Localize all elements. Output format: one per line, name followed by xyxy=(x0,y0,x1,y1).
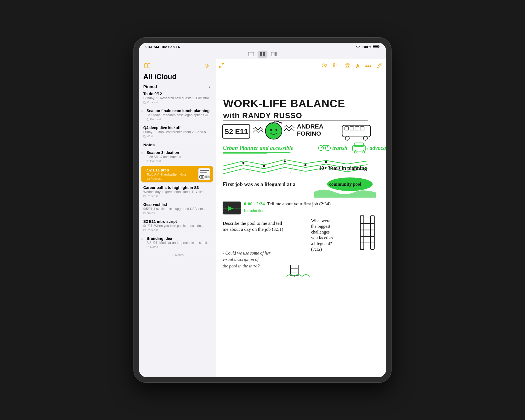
compose-btn[interactable] xyxy=(376,62,384,71)
status-bar: 9:41 AM Tue Sep 14 100% xyxy=(139,43,386,50)
svg-text:First job was as a lifeguard a: First job was as a lifeguard at a xyxy=(223,181,295,187)
pinned-section-header: Pinned ∨ xyxy=(139,83,215,89)
more-options-btn[interactable]: ••• xyxy=(364,62,372,71)
svg-text:S2: S2 xyxy=(201,176,203,178)
ipad-screen: 9:41 AM Tue Sep 14 100% xyxy=(139,43,386,377)
wifi-icon xyxy=(356,45,360,49)
svg-rect-9 xyxy=(148,63,150,68)
svg-text:(7:12): (7:12) xyxy=(311,247,322,252)
svg-text:advocate: advocate xyxy=(369,145,386,151)
note-detail: A ••• WORK-LIFE BALANCE with RANDY xyxy=(215,59,386,377)
note-item[interactable]: Career paths to highlight in S3 Wednesda… xyxy=(139,183,215,200)
svg-point-66 xyxy=(263,165,265,167)
notes-section-label: Notes xyxy=(139,140,215,148)
svg-text:Describe the pool to me and te: Describe the pool to me and tell xyxy=(223,221,282,226)
note-item[interactable]: ⊙ Branding idea 8/21/21 Modular and repe… xyxy=(139,234,215,251)
sidebar-toggle-btn[interactable] xyxy=(143,62,151,70)
sidebar-title: All iCloud xyxy=(139,71,215,83)
svg-point-32 xyxy=(265,123,282,139)
svg-rect-22 xyxy=(334,65,335,67)
checklist-btn[interactable] xyxy=(332,62,340,71)
note-item[interactable]: ⊙ Season finale team lunch planning Satu… xyxy=(139,106,215,123)
svg-text:Urban Planner and accessible: Urban Planner and accessible xyxy=(223,145,293,151)
svg-text:challenges: challenges xyxy=(311,230,330,235)
svg-rect-5 xyxy=(263,52,265,56)
single-view-btn[interactable] xyxy=(246,51,256,58)
svg-point-18 xyxy=(323,64,325,66)
svg-point-68 xyxy=(304,164,307,166)
svg-text:What were: What were xyxy=(311,218,330,223)
svg-text:a lifeguard?: a lifeguard? xyxy=(311,241,332,246)
note-item[interactable]: S2 E11 intro script 9/1/21 When you take… xyxy=(139,217,215,234)
svg-rect-1 xyxy=(379,46,380,47)
svg-text:the pool in the intro?: the pool in the intro? xyxy=(223,264,259,269)
svg-line-26 xyxy=(380,64,382,65)
svg-point-65 xyxy=(242,162,244,164)
svg-rect-3 xyxy=(248,52,254,56)
camera-btn[interactable] xyxy=(343,62,352,71)
time-display: 9:41 AM xyxy=(145,45,159,49)
new-note-smiley-btn[interactable]: ☺ xyxy=(203,62,211,70)
note-detail-toolbar-right: A ••• xyxy=(320,62,384,71)
svg-text:FORINO: FORINO xyxy=(297,130,321,137)
svg-rect-88 xyxy=(360,216,364,249)
svg-point-19 xyxy=(325,64,327,66)
svg-text:- Could we use some of her: - Could we use some of her xyxy=(223,251,271,256)
svg-text:with RANDY RUSSO: with RANDY RUSSO xyxy=(223,111,302,120)
date-display: Tue Sep 14 xyxy=(161,45,180,49)
svg-point-33 xyxy=(270,129,272,131)
svg-text:visual description of: visual description of xyxy=(223,257,259,262)
battery-text: 100% xyxy=(362,45,371,49)
svg-line-59 xyxy=(249,161,254,174)
note-item[interactable]: Q4 deep dive kickoff Friday 1. Book conf… xyxy=(139,123,215,140)
sidebar: ☺ All iCloud Pinned ∨ To do 9/12 Sunday … xyxy=(139,59,215,377)
svg-rect-42 xyxy=(350,127,354,130)
svg-text:community pool: community pool xyxy=(329,182,361,187)
main-content: ☺ All iCloud Pinned ∨ To do 9/12 Sunday … xyxy=(139,59,386,377)
svg-rect-7 xyxy=(275,52,276,56)
note-thumbnail: S2 ANDREA FORINO xyxy=(198,168,210,180)
pinned-label: Pinned xyxy=(143,84,157,89)
svg-text:$: $ xyxy=(367,147,368,150)
sidebar-header: ☺ xyxy=(139,59,215,71)
svg-text:ANDREA: ANDREA xyxy=(297,123,323,130)
svg-text:me about a day on the job (3:5: me about a day on the job (3:51) xyxy=(223,227,283,232)
battery-icon xyxy=(373,45,380,49)
note-item[interactable]: ⊙ Season 3 ideation 9:38 AM 4 attachment… xyxy=(139,148,215,165)
svg-point-25 xyxy=(346,65,348,67)
svg-rect-44 xyxy=(360,127,364,130)
svg-line-63 xyxy=(290,161,295,174)
expand-btn[interactable] xyxy=(218,62,226,71)
note-count: 83 Notes xyxy=(139,251,215,259)
split-view-toolbar xyxy=(139,50,386,59)
status-right: 100% xyxy=(356,45,380,49)
svg-rect-50 xyxy=(354,143,364,146)
svg-point-67 xyxy=(284,161,286,163)
slide-over-btn[interactable] xyxy=(269,51,279,58)
status-left: 9:41 AM Tue Sep 14 xyxy=(145,45,180,49)
svg-point-69 xyxy=(325,161,327,163)
handwriting-canvas[interactable]: WORK-LIFE BALANCE with RANDY RUSSO S2 E1… xyxy=(215,59,386,377)
share-people-btn[interactable] xyxy=(320,62,329,71)
svg-text:10+ Years in planning: 10+ Years in planning xyxy=(319,165,367,171)
svg-point-34 xyxy=(275,129,277,131)
note-item[interactable]: To do 9/12 Sunday 1. Research new guests… xyxy=(139,89,215,106)
ipad-device: 9:41 AM Tue Sep 14 100% xyxy=(134,38,391,382)
note-item-selected[interactable]: ⊙ S2 E11 prep 8:56 AM Handwritten Note P… xyxy=(141,166,213,183)
markup-btn[interactable]: A xyxy=(355,62,361,71)
svg-text:transit: transit xyxy=(332,145,348,151)
svg-text:the biggest: the biggest xyxy=(311,224,331,229)
svg-rect-43 xyxy=(355,127,359,130)
note-detail-toolbar-left xyxy=(218,62,226,71)
svg-rect-89 xyxy=(371,216,374,249)
svg-rect-8 xyxy=(145,63,147,68)
svg-text:Tell me about your first job (: Tell me about your first job (2:34) xyxy=(267,201,331,206)
svg-text:S2 E11: S2 E11 xyxy=(224,127,248,136)
pinned-chevron-icon: ∨ xyxy=(208,84,211,89)
svg-text:WORK-LIFE BALANCE: WORK-LIFE BALANCE xyxy=(223,97,345,109)
pinned-notes-list: To do 9/12 Sunday 1. Research new guests… xyxy=(139,89,215,377)
svg-rect-20 xyxy=(334,63,335,65)
split-view-btn[interactable] xyxy=(258,51,267,58)
note-item[interactable]: Gear wishlist 9/5/21 Lavalier mics, upgr… xyxy=(139,200,215,217)
svg-text:Introduction: Introduction xyxy=(244,208,264,213)
